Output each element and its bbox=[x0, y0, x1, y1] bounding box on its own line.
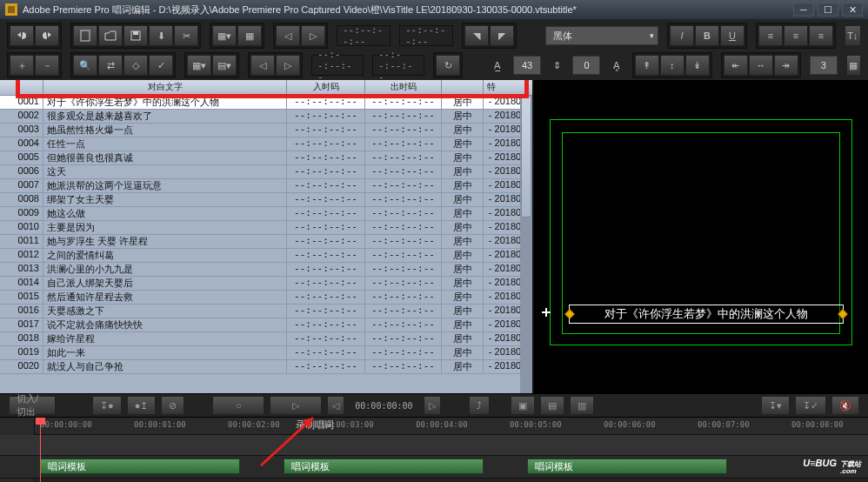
table-row[interactable]: 0003她虽然性格火爆一点--:--:--:----:--:--:--居中- 2… bbox=[0, 124, 532, 137]
table-row[interactable]: 0017说不定就会痛痛快快快--:--:--:----:--:--:--居中- … bbox=[0, 318, 532, 332]
find-button[interactable]: 🔍 bbox=[73, 55, 97, 76]
table-row[interactable]: 0014自己派人绑架天婴后--:--:--:----:--:--:--居中- 2… bbox=[0, 277, 532, 291]
export2-button[interactable]: ↧✓ bbox=[795, 396, 826, 415]
table-row[interactable]: 0005但她很善良也很真诚--:--:--:----:--:--:--居中- 2… bbox=[0, 151, 532, 165]
table-row[interactable]: 0018嫁给许星程--:--:--:----:--:--:--居中- 20180 bbox=[0, 332, 532, 346]
track-label: 录制唱词 bbox=[296, 418, 334, 432]
table-row[interactable]: 0009她这么做--:--:--:----:--:--:--居中- 20180 bbox=[0, 207, 532, 221]
move-up-button[interactable]: ↟ bbox=[635, 55, 659, 76]
play-transport-button[interactable]: ▷ bbox=[270, 396, 322, 415]
clear-marks-button[interactable]: ⊘ bbox=[161, 396, 184, 415]
timeline-ruler[interactable]: 00:00:00:0000:00:01:0000:00:02:0000:00:0… bbox=[0, 418, 868, 435]
font-family-select[interactable]: 黑体 bbox=[545, 26, 658, 45]
move-left-button[interactable]: ↞ bbox=[724, 55, 748, 76]
align-center-button[interactable]: ≡ bbox=[784, 25, 808, 46]
vertical-scrollbar[interactable] bbox=[520, 96, 532, 393]
view3-button[interactable]: ▥ bbox=[570, 396, 594, 415]
window-title: Adobe Premiere Pro 唱词编辑 - D:\视频录入\Adobe … bbox=[23, 3, 577, 17]
tracking-input[interactable] bbox=[572, 56, 600, 75]
table-row[interactable]: 0010主要是因为--:--:--:----:--:--:--居中- 20180 bbox=[0, 221, 532, 235]
new-button[interactable] bbox=[73, 25, 97, 46]
mark-out-button[interactable]: ◤ bbox=[490, 25, 514, 46]
timeline-clip[interactable]: 唱词模板 bbox=[284, 459, 484, 474]
timeline[interactable]: 00:00:00:0000:00:01:0000:00:02:0000:00:0… bbox=[0, 418, 868, 482]
playhead[interactable] bbox=[40, 418, 41, 482]
set-in-button[interactable]: ↧● bbox=[92, 396, 122, 415]
preview-pane: 对于《许你浮生若梦》中的洪澜这个人物 bbox=[532, 80, 868, 393]
import-button[interactable]: ⬇ bbox=[149, 25, 173, 46]
table-row[interactable]: 0006这天--:--:--:----:--:--:--居中- 20180 bbox=[0, 165, 532, 179]
underline-button[interactable]: U bbox=[720, 25, 744, 46]
table-row[interactable]: 0013洪澜心里的小九九是--:--:--:----:--:--:--居中- 2… bbox=[0, 263, 532, 277]
undo-button[interactable] bbox=[10, 25, 34, 46]
clip-track[interactable]: 唱词模板唱词模板唱词模板 bbox=[0, 456, 868, 479]
layout1-button[interactable]: ▦▾ bbox=[187, 55, 211, 76]
export1-button[interactable]: ↧▾ bbox=[761, 396, 790, 415]
open-button[interactable] bbox=[98, 25, 123, 46]
clear-button[interactable]: ▦ bbox=[237, 25, 262, 46]
center-v-button[interactable]: ↕ bbox=[660, 55, 684, 76]
origin-crosshair bbox=[542, 308, 551, 317]
maximize-button[interactable]: ☐ bbox=[818, 3, 838, 17]
prev-mark-button[interactable]: ◁ bbox=[276, 25, 300, 46]
mode-select[interactable]: 切入/切出 bbox=[9, 396, 56, 415]
close-button[interactable]: ✕ bbox=[842, 3, 863, 17]
move-down-button[interactable]: ↡ bbox=[685, 55, 710, 76]
record-track[interactable]: 录制唱词 bbox=[0, 435, 868, 456]
center-h-button[interactable]: ↔ bbox=[749, 55, 773, 76]
step-fwd-button[interactable]: ▷ bbox=[424, 396, 441, 415]
subtitle-preview-text[interactable]: 对于《许你浮生若梦》中的洪澜这个人物 bbox=[569, 305, 844, 324]
extract-button[interactable]: ⤴ bbox=[469, 396, 490, 415]
minimize-button[interactable]: ─ bbox=[793, 3, 814, 17]
layout2-button[interactable]: ▤▾ bbox=[212, 55, 237, 76]
table-row[interactable]: 0008绑架了女主天婴--:--:--:----:--:--:--居中- 201… bbox=[0, 193, 532, 207]
table-row[interactable]: 0015然后通知许星程去救--:--:--:----:--:--:--居中- 2… bbox=[0, 291, 532, 305]
play-button[interactable]: ▷ bbox=[276, 55, 300, 76]
mark-in-button[interactable]: ◥ bbox=[464, 25, 489, 46]
align-right-button[interactable]: ≡ bbox=[809, 25, 833, 46]
remove-row-button[interactable]: － bbox=[35, 55, 59, 76]
table-row[interactable]: 0011她与罗浮生 天婴 许星程--:--:--:----:--:--:--居中… bbox=[0, 235, 532, 249]
font-size-input[interactable] bbox=[513, 56, 541, 75]
in-timecode[interactable]: --:--:--:-- bbox=[337, 25, 391, 46]
table-row[interactable]: 0001对于《许你浮生若梦》中的洪澜这个人物--:--:--:----:--:-… bbox=[0, 96, 532, 110]
offset-input[interactable] bbox=[810, 56, 838, 75]
table-row[interactable]: 0020就没人与自己争抢--:--:--:----:--:--:--居中- 20… bbox=[0, 360, 532, 374]
bold-button[interactable]: B bbox=[695, 25, 719, 46]
table-row[interactable]: 0007她派洪帮的这两个逗逼玩意--:--:--:----:--:--:--居中… bbox=[0, 179, 532, 193]
table-row[interactable]: 0002很多观众是越来越喜欢了--:--:--:----:--:--:--居中-… bbox=[0, 110, 532, 124]
italic-button[interactable]: I bbox=[670, 25, 694, 46]
cut-button[interactable]: ✂ bbox=[174, 25, 198, 46]
timeline-clip[interactable]: 唱词模板 bbox=[527, 459, 727, 474]
dur-timecode[interactable]: --:--:--:-- bbox=[311, 55, 364, 76]
timeline-clip[interactable]: 唱词模板 bbox=[40, 459, 240, 474]
step-back-button[interactable]: ◁ bbox=[327, 396, 344, 415]
table-row[interactable]: 0004任性一点--:--:--:----:--:--:--居中- 20180 bbox=[0, 137, 532, 151]
tag-button[interactable]: ◇ bbox=[124, 55, 148, 76]
mute-button[interactable]: 🔇 bbox=[831, 396, 859, 415]
table-row[interactable]: 0016天婴感激之下--:--:--:----:--:--:--居中- 2018… bbox=[0, 305, 532, 318]
loop-button[interactable]: ↻ bbox=[436, 55, 460, 76]
out-timecode[interactable]: --:--:--:-- bbox=[399, 25, 453, 46]
replace-button[interactable]: ⇄ bbox=[98, 55, 123, 76]
view1-button[interactable]: ▣ bbox=[511, 396, 535, 415]
table-row[interactable]: 0019如此一来--:--:--:----:--:--:--居中- 20180 bbox=[0, 346, 532, 360]
check-button[interactable]: ✓ bbox=[149, 55, 173, 76]
move-right-button[interactable]: ↠ bbox=[774, 55, 798, 76]
view2-button[interactable]: ▤ bbox=[540, 396, 564, 415]
goto-start-button[interactable]: ◁ bbox=[250, 55, 275, 76]
redo-button[interactable] bbox=[35, 25, 59, 46]
table-body[interactable]: 0001对于《许你浮生若梦》中的洪澜这个人物--:--:--:----:--:-… bbox=[0, 96, 532, 383]
text-direction-button[interactable]: T↓ bbox=[845, 25, 861, 46]
settings-button[interactable]: ▦ bbox=[846, 55, 861, 76]
next-mark-button[interactable]: ▷ bbox=[301, 25, 325, 46]
add-row-button[interactable]: ＋ bbox=[10, 55, 34, 76]
apply-button[interactable]: ▦▾ bbox=[212, 25, 237, 46]
set-out-button[interactable]: ●↥ bbox=[127, 396, 157, 415]
subtitle-table-pane: 对白文字 入时码 出时码 特 0001对于《许你浮生若梦》中的洪澜这个人物--:… bbox=[0, 80, 532, 393]
pos-timecode[interactable]: --:--:--:-- bbox=[372, 55, 424, 76]
table-row[interactable]: 0012之间的爱情纠葛--:--:--:----:--:--:--居中- 201… bbox=[0, 249, 532, 263]
record-button[interactable]: ○ bbox=[212, 396, 264, 415]
save-button[interactable] bbox=[124, 25, 148, 46]
align-left-button[interactable]: ≡ bbox=[758, 25, 783, 46]
